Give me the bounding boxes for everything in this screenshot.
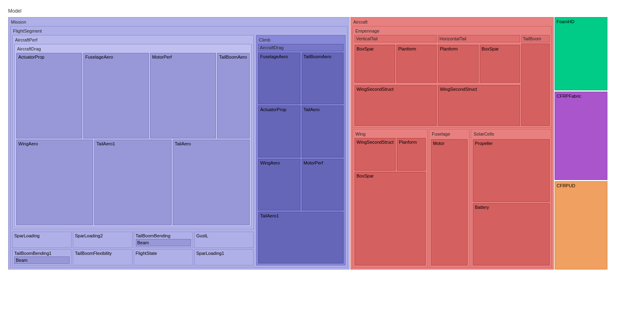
empennage-label: Empennage bbox=[355, 28, 550, 34]
flight-segment-block: FlightSegment AircraftPerf AircraftDrag … bbox=[10, 26, 348, 267]
spar-loading-cell: SparLoading bbox=[12, 232, 72, 248]
aircraft-drag-inner-label: AircraftDrag bbox=[16, 46, 250, 52]
spar-loading-label: SparLoading bbox=[14, 233, 70, 238]
climb-actuator-prop: ActuatorProp bbox=[258, 105, 300, 157]
cfrpud-block: CFRPUD bbox=[555, 181, 607, 270]
tailboom-label: TailBoom bbox=[521, 35, 550, 42]
wing-aero-cell: WingAero bbox=[16, 140, 93, 225]
beam-cell-1: Beam bbox=[136, 239, 191, 246]
beam-cell-2: Beam bbox=[14, 256, 70, 264]
aircraft-block: Aircraft Empennage VerticalTail BoxSpar … bbox=[350, 17, 554, 270]
battery-cell: Battery bbox=[473, 203, 550, 266]
foam-hd-block: FoamHD bbox=[555, 17, 607, 90]
spar-loading2-cell: SparLoading2 bbox=[73, 232, 132, 248]
climb-fuselage-aero: FuselageAero bbox=[258, 53, 300, 104]
motor-perf-label: MotorPerf bbox=[152, 55, 214, 59]
page-title: Model bbox=[8, 8, 636, 14]
aircraft-label: Aircraft bbox=[352, 19, 552, 25]
tailboom-flexibility-cell: TailBoomFlexibility bbox=[73, 249, 132, 265]
tailboom-bending1-cell: TailBoomBending1 Beam bbox=[12, 249, 72, 265]
wing-second-struct: WingSecondStruct bbox=[355, 138, 396, 171]
wing-aero-label: WingAero bbox=[18, 141, 91, 146]
flight-state-label: FlightState bbox=[136, 251, 191, 256]
aircraft-perf-label: AircraftPerf bbox=[14, 37, 252, 43]
horizontal-tail-label: HorizontalTail bbox=[438, 35, 520, 42]
wing-boxspar: BoxSpar bbox=[355, 172, 426, 265]
wing-label: Wing bbox=[355, 131, 426, 137]
wing-block: Wing WingSecondStruct Planform BoxSpar bbox=[352, 129, 428, 267]
gust-l-cell: GustL bbox=[194, 232, 254, 248]
motor-perf-cell: MotorPerf bbox=[150, 53, 216, 138]
flight-segment-label: FlightSegment bbox=[12, 28, 346, 34]
fuselage-aero-label: FuselageAero bbox=[85, 55, 147, 59]
tail-aero-cell: TailAero bbox=[173, 140, 250, 225]
aircraft-drag-inner-block: AircraftDrag ActuatorProp FuselageAero M… bbox=[14, 44, 252, 227]
solar-cells-label: SolarCells bbox=[473, 131, 550, 137]
tailboom-bending-cell: TailBoomBending Beam bbox=[134, 232, 193, 248]
solar-cells-block: SolarCells Propeller Battery bbox=[471, 129, 552, 267]
ht-planform: Planform bbox=[438, 45, 479, 83]
foam-hd-label: FoamHD bbox=[557, 19, 574, 24]
propeller-cell: Propeller bbox=[473, 139, 550, 202]
horizontal-tail-col: HorizontalTail Planform BoxSpar WingSeco… bbox=[438, 35, 520, 126]
cfrp-fabric-block: CFRPFabric bbox=[555, 92, 607, 180]
climb-motor-perf: MotorPerf bbox=[302, 159, 344, 210]
actuator-prop-cell: ActuatorProp bbox=[16, 53, 82, 138]
gust-l-label: GustL bbox=[196, 233, 252, 238]
tail-aero1-label: TailAero1 bbox=[96, 141, 169, 146]
tailboom-col: TailBoom bbox=[521, 35, 550, 126]
vertical-tail-col: VerticalTail BoxSpar Planform WingSecond… bbox=[355, 35, 437, 126]
vt-wingsecondstruct: WingSecondStruct bbox=[355, 85, 437, 126]
climb-wing-aero: WingAero bbox=[258, 159, 300, 210]
tailboom-aero-label: TailBoomAero bbox=[219, 55, 248, 59]
cfrp-fabric-label: CFRPFabric bbox=[557, 94, 581, 99]
climb-tail-aero1: TailAero1 bbox=[258, 212, 344, 263]
tailboom-aero-cell: TailBoomAero bbox=[217, 53, 250, 138]
ht-wingsecondstruct: WingSecondStruct bbox=[438, 85, 520, 126]
fuselage-block: Fuselage Motor bbox=[429, 129, 470, 267]
spar-loading1-label: SparLoading1 bbox=[196, 251, 252, 256]
climb-tail-aero: TailAero bbox=[302, 105, 344, 157]
tailboom-inner bbox=[521, 44, 550, 126]
fuselage-label: Fuselage bbox=[431, 131, 468, 137]
tailboom-bending1-label: TailBoomBending1 bbox=[14, 251, 70, 256]
vt-planform: Planform bbox=[396, 45, 437, 83]
climb-block: Climb AircraftDrag FuselageAero TailBoom… bbox=[256, 35, 346, 265]
climb-aircraft-drag-label: AircraftDrag bbox=[258, 44, 344, 51]
aircraft-perf-block: AircraftPerf AircraftDrag ActuatorProp F… bbox=[12, 35, 254, 229]
tail-aero1-cell: TailAero1 bbox=[94, 140, 171, 225]
ht-boxspar: BoxSpar bbox=[480, 45, 520, 83]
right-sidebar: FoamHD CFRPFabric CFRPUD bbox=[555, 17, 607, 270]
fuselage-aero-cell: FuselageAero bbox=[83, 53, 149, 138]
spar-loading2-label: SparLoading2 bbox=[75, 233, 130, 238]
cfrpud-label: CFRPUD bbox=[557, 183, 575, 188]
empennage-block: Empennage VerticalTail BoxSpar Planform … bbox=[352, 26, 552, 128]
vertical-tail-label: VerticalTail bbox=[355, 35, 437, 42]
tailboom-bending-label: TailBoomBending bbox=[136, 233, 191, 238]
actuator-prop-label: ActuatorProp bbox=[18, 55, 80, 59]
tail-aero-label: TailAero bbox=[175, 141, 248, 146]
climb-label: Climb bbox=[258, 37, 344, 43]
tailboom-flexibility-label: TailBoomFlexibility bbox=[75, 251, 130, 256]
mission-block: Mission FlightSegment AircraftPerf Aircr… bbox=[8, 17, 350, 270]
mission-label: Mission bbox=[10, 19, 348, 25]
spar-loading1-cell: SparLoading1 bbox=[194, 249, 254, 265]
climb-tailboom-aero: TailBoomAero bbox=[302, 53, 344, 104]
wing-planform: Planform bbox=[397, 138, 426, 171]
flight-state-cell: FlightState bbox=[134, 249, 193, 265]
motor-cell: Motor bbox=[431, 139, 468, 265]
vt-boxspar: BoxSpar bbox=[355, 45, 395, 83]
